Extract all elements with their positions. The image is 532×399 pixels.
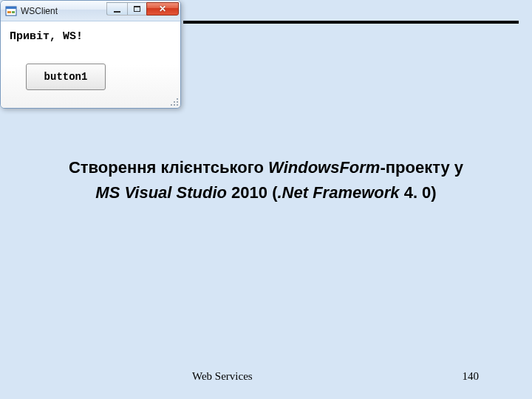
minimize-button[interactable] bbox=[106, 2, 127, 16]
svg-rect-2 bbox=[7, 11, 11, 13]
svg-rect-1 bbox=[6, 7, 16, 9]
close-button[interactable]: ✕ bbox=[146, 2, 179, 16]
maximize-button[interactable] bbox=[127, 2, 146, 16]
titlebar[interactable]: WSClient ✕ bbox=[1, 1, 180, 21]
client-area: Привіт, WS! button1 bbox=[1, 21, 180, 108]
horizontal-rule bbox=[183, 21, 519, 24]
heading-line-2: MS Visual Studio 2010 (.Net Framework 4.… bbox=[0, 180, 532, 205]
greeting-label: Привіт, WS! bbox=[10, 30, 171, 43]
window-title: WSClient bbox=[21, 6, 58, 16]
title-left: WSClient bbox=[5, 5, 58, 17]
maximize-icon bbox=[134, 6, 140, 12]
footer-text: Web Services bbox=[192, 370, 253, 383]
window-controls: ✕ bbox=[106, 2, 179, 16]
close-icon: ✕ bbox=[159, 4, 166, 13]
wsclient-window: WSClient ✕ Привіт, WS! button1 bbox=[0, 0, 181, 109]
heading-line-1: Cтворення клієнтського WindowsForm-проек… bbox=[0, 155, 532, 180]
button1[interactable]: button1 bbox=[26, 64, 106, 90]
svg-rect-3 bbox=[12, 11, 15, 13]
minimize-icon bbox=[114, 11, 120, 13]
resize-grip[interactable] bbox=[168, 96, 179, 106]
slide-heading: Cтворення клієнтського WindowsForm-проек… bbox=[0, 155, 532, 205]
page-number: 140 bbox=[463, 370, 480, 383]
app-icon bbox=[5, 5, 17, 17]
